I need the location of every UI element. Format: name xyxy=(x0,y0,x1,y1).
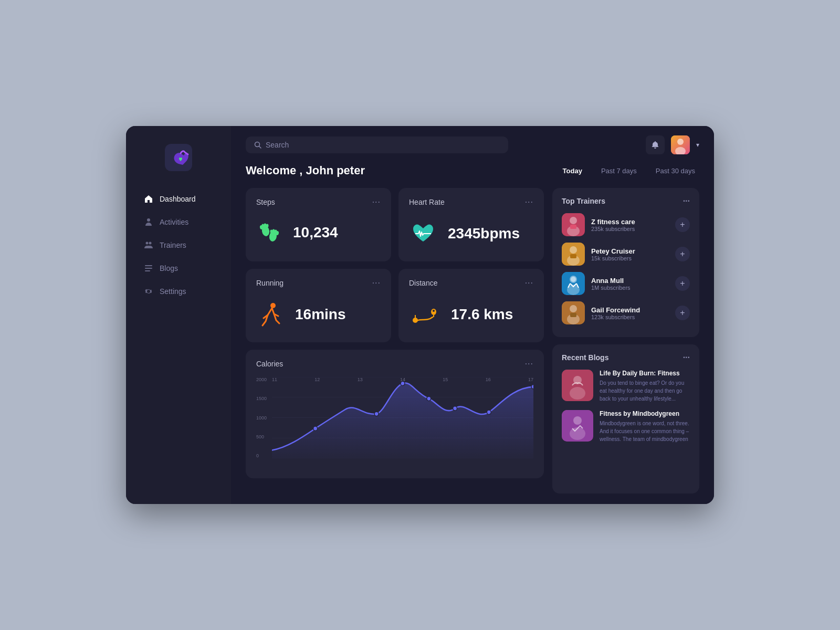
calories-menu[interactable]: ··· xyxy=(525,359,533,369)
stats-row-1: Steps ··· xyxy=(246,188,544,261)
svg-point-32 xyxy=(374,412,379,416)
steps-title: Steps xyxy=(256,198,275,206)
blog-item-2[interactable]: Fitness by Mindbodygreen Mindbodygreen i… xyxy=(562,410,690,443)
trainer-item-2: Petey Cruiser 15k subscribers + xyxy=(562,243,690,266)
svg-point-35 xyxy=(487,410,491,414)
trainer-name-3: Anna Mull xyxy=(591,277,669,285)
running-menu[interactable]: ··· xyxy=(372,278,381,288)
search-icon xyxy=(254,141,261,149)
svg-point-58 xyxy=(570,387,585,400)
distance-card: Distance ··· xyxy=(398,269,544,342)
trainer-info-1: Z fitness care 235k subscribers xyxy=(591,218,669,232)
trainer-item-1: Z fitness care 235k subscribers + xyxy=(562,213,690,236)
running-value: 16mins xyxy=(295,306,346,323)
footprints-icon xyxy=(256,219,282,246)
trainer-add-2[interactable]: + xyxy=(675,247,690,261)
svg-point-43 xyxy=(570,246,577,254)
trainer-3-image xyxy=(562,272,585,295)
right-panel: Top Trainers ··· xyxy=(552,188,699,494)
svg-rect-5 xyxy=(145,268,152,269)
svg-point-60 xyxy=(573,416,582,425)
gear-icon xyxy=(144,287,153,296)
trainer-name-2: Petey Cruiser xyxy=(591,247,669,255)
stats-row-2: Running ··· xyxy=(246,269,544,342)
trainer-subs-4: 123k subscribers xyxy=(591,314,669,320)
group-icon xyxy=(144,240,153,250)
steps-content: 10,234 xyxy=(256,215,381,250)
distance-card-header: Distance ··· xyxy=(409,278,533,288)
filter-today[interactable]: Today xyxy=(559,165,586,177)
blog-thumb-2 xyxy=(562,410,593,442)
header: Search xyxy=(231,126,714,164)
svg-point-3 xyxy=(149,242,152,245)
distance-content: 17.6 kms xyxy=(409,296,533,333)
trainer-add-3[interactable]: + xyxy=(675,276,690,291)
filter-7days[interactable]: Past 7 days xyxy=(597,165,641,177)
calories-chart xyxy=(272,377,533,458)
recent-blogs-menu[interactable]: ··· xyxy=(683,353,690,362)
chart-wrapper: 2000 1500 1000 500 0 xyxy=(256,377,533,469)
y-label-1500: 1500 xyxy=(256,396,267,401)
top-trainers-header: Top Trainers ··· xyxy=(562,196,690,206)
svg-point-22 xyxy=(270,303,276,308)
sidebar-item-blogs[interactable]: Blogs xyxy=(131,257,226,279)
trainer-add-4[interactable]: + xyxy=(675,306,690,320)
avatar[interactable] xyxy=(671,135,690,154)
heart-rate-menu[interactable]: ··· xyxy=(525,197,533,207)
calories-card: Calories ··· 2000 1500 1000 500 0 xyxy=(246,350,544,478)
dropdown-chevron[interactable]: ▾ xyxy=(696,141,699,149)
trainer-info-3: Anna Mull 1M subscribers xyxy=(591,277,669,291)
search-bar[interactable]: Search xyxy=(246,136,508,153)
trainer-add-1[interactable]: + xyxy=(675,217,690,232)
distance-icon xyxy=(409,300,440,329)
svg-rect-41 xyxy=(570,225,576,229)
filter-30days[interactable]: Past 30 days xyxy=(652,165,699,177)
steps-menu[interactable]: ··· xyxy=(372,197,381,207)
sidebar-item-activities[interactable]: Activities xyxy=(131,211,226,233)
trainer-item-3: Anna Mull 1M subscribers + xyxy=(562,272,690,295)
avatar-image xyxy=(671,135,690,154)
sidebar-label-dashboard: Dashboard xyxy=(160,195,196,203)
chart-y-labels: 2000 1500 1000 500 0 xyxy=(256,377,267,458)
top-trainers-title: Top Trainers xyxy=(562,197,605,205)
sidebar-label-settings: Settings xyxy=(160,287,186,296)
distance-menu[interactable]: ··· xyxy=(525,278,533,288)
calories-header: Calories ··· xyxy=(256,359,533,369)
list-icon xyxy=(144,264,153,273)
steps-icon xyxy=(256,219,282,246)
sidebar-label-blogs: Blogs xyxy=(160,264,178,272)
svg-point-23 xyxy=(413,318,418,323)
heart-rate-card-header: Heart Rate ··· xyxy=(409,197,533,207)
heart-rate-icon xyxy=(409,219,437,248)
top-trainers-menu[interactable]: ··· xyxy=(683,196,690,206)
blog-excerpt-2: Mindbodygreen is one word, not three. An… xyxy=(600,419,690,443)
trainer-subs-2: 15k subscribers xyxy=(591,255,669,261)
running-icon xyxy=(256,300,285,329)
steps-card: Steps ··· xyxy=(246,188,391,261)
svg-rect-45 xyxy=(570,254,576,258)
heart-rate-card: Heart Rate ··· 2345bpms xyxy=(398,188,544,261)
sidebar-label-activities: Activities xyxy=(160,218,188,226)
notifications-button[interactable] xyxy=(646,135,665,154)
sidebar-item-dashboard[interactable]: Dashboard xyxy=(131,188,226,210)
sidebar-item-trainers[interactable]: Trainers xyxy=(131,234,226,256)
svg-point-37 xyxy=(427,396,431,401)
distance-value: 17.6 kms xyxy=(451,306,513,323)
home-icon xyxy=(144,194,153,204)
svg-rect-4 xyxy=(145,265,152,266)
distance-title: Distance xyxy=(409,279,437,287)
heart-rate-content: 2345bpms xyxy=(409,215,533,252)
content-grid: Steps ··· xyxy=(246,188,699,494)
sidebar-item-settings[interactable]: Settings xyxy=(131,280,226,302)
trainer-avatar-4 xyxy=(562,301,585,324)
blog-item-1[interactable]: Life By Daily Burn: Fitness Do you tend … xyxy=(562,370,690,403)
dashboard-body: Welcome , John peter Today Past 7 days P… xyxy=(231,164,714,504)
blog-2-image xyxy=(562,410,593,442)
svg-point-34 xyxy=(453,406,457,411)
svg-point-10 xyxy=(677,139,684,145)
calories-title: Calories xyxy=(256,360,283,368)
svg-point-53 xyxy=(570,305,577,312)
trainer-name-4: Gail Forcewind xyxy=(591,306,669,314)
recent-blogs-header: Recent Blogs ··· xyxy=(562,353,690,362)
svg-rect-55 xyxy=(570,313,576,317)
